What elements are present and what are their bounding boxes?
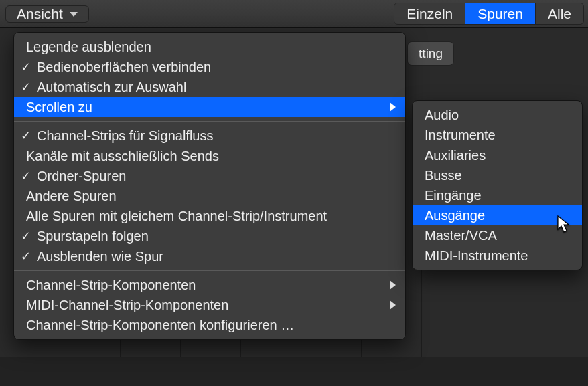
menu-item-g2-6[interactable]: ✓Ausblenden wie Spur <box>14 246 405 266</box>
menu-item-label: Channel-Strip-Komponenten konfigurieren … <box>14 318 396 333</box>
view-popup-label: Ansicht <box>17 6 63 22</box>
mixer-bottom-strip <box>0 357 588 386</box>
seg-all[interactable]: Alle <box>535 3 583 24</box>
menu-item-label: Eingänge <box>413 188 573 203</box>
menu-item-g1-2[interactable]: ✓Automatisch zur Auswahl <box>14 77 405 97</box>
menu-item-g2-4[interactable]: Alle Spuren mit gleichem Channel-Strip/I… <box>14 206 405 226</box>
submenu-item-5[interactable]: Ausgänge <box>413 205 582 225</box>
menu-item-label: Master/VCA <box>413 228 573 244</box>
menu-item-label: Kanäle mit ausschließlich Sends <box>14 149 396 164</box>
menu-item-label: MIDI-Instrumente <box>413 248 573 264</box>
menu-item-g2-0[interactable]: ✓Channel-Strips für Signalfluss <box>14 126 405 146</box>
menu-item-label: Bedienoberflächen verbinden <box>37 60 396 75</box>
checkmark-icon: ✓ <box>14 80 37 94</box>
setting-chip[interactable]: tting <box>407 41 454 66</box>
menu-item-g1-1[interactable]: ✓Bedienoberflächen verbinden <box>14 57 405 77</box>
menu-item-label: Scrollen zu <box>14 100 383 115</box>
seg-tracks[interactable]: Spuren <box>465 3 535 24</box>
submenu-item-7[interactable]: MIDI-Instrumente <box>413 246 582 266</box>
menu-item-label: MIDI-Channel-Strip-Komponenten <box>14 298 383 313</box>
menu-item-g1-3[interactable]: Scrollen zu <box>14 97 405 117</box>
menu-item-label: Audio <box>413 108 573 123</box>
menu-item-label: Channel-Strip-Komponenten <box>14 278 383 293</box>
scroll-to-submenu: AudioInstrumenteAuxiliariesBusseEingänge… <box>412 100 583 270</box>
menu-item-g1-0[interactable]: Legende ausblenden <box>14 37 405 57</box>
menu-item-g2-3[interactable]: Andere Spuren <box>14 186 405 206</box>
menu-item-label: Ausgänge <box>413 208 573 223</box>
menu-item-label: Auxiliaries <box>413 148 573 163</box>
menu-item-g2-2[interactable]: ✓Ordner-Spuren <box>14 166 405 186</box>
checkmark-icon: ✓ <box>14 229 37 244</box>
checkmark-icon: ✓ <box>14 249 37 264</box>
menu-item-label: Andere Spuren <box>14 189 396 204</box>
submenu-arrow-icon <box>390 300 396 310</box>
menu-separator <box>14 270 405 271</box>
channel-strip-scope-segmented: Einzeln Spuren Alle <box>394 3 584 25</box>
submenu-item-0[interactable]: Audio <box>413 105 582 125</box>
checkmark-icon: ✓ <box>14 128 37 143</box>
checkmark-icon: ✓ <box>14 169 37 183</box>
menu-item-label: Legende ausblenden <box>14 39 396 55</box>
checkmark-icon: ✓ <box>14 60 37 74</box>
submenu-arrow-icon <box>390 280 396 290</box>
menu-item-g2-5[interactable]: ✓Spurstapeln folgen <box>14 226 405 246</box>
seg-single[interactable]: Einzeln <box>394 3 465 24</box>
submenu-item-2[interactable]: Auxiliaries <box>413 145 582 165</box>
chevron-down-icon <box>70 12 78 17</box>
menu-item-label: Spurstapeln folgen <box>37 229 396 244</box>
submenu-item-6[interactable]: Master/VCA <box>413 225 582 246</box>
submenu-item-1[interactable]: Instrumente <box>413 125 582 145</box>
mixer-toolbar: Ansicht Einzeln Spuren Alle <box>0 0 588 28</box>
submenu-item-3[interactable]: Busse <box>413 165 582 185</box>
menu-item-g2-1[interactable]: Kanäle mit ausschließlich Sends <box>14 146 405 166</box>
submenu-arrow-icon <box>390 102 396 112</box>
menu-item-g3-1[interactable]: MIDI-Channel-Strip-Komponenten <box>14 295 405 315</box>
menu-separator <box>14 121 405 122</box>
menu-item-g3-0[interactable]: Channel-Strip-Komponenten <box>14 275 405 295</box>
menu-item-label: Ausblenden wie Spur <box>37 249 396 264</box>
menu-item-label: Alle Spuren mit gleichem Channel-Strip/I… <box>14 209 396 224</box>
menu-item-label: Automatisch zur Auswahl <box>37 80 396 95</box>
menu-item-label: Busse <box>413 168 573 183</box>
menu-item-g3-2[interactable]: Channel-Strip-Komponenten konfigurieren … <box>14 315 405 335</box>
submenu-item-4[interactable]: Eingänge <box>413 185 582 205</box>
menu-item-label: Instrumente <box>413 128 573 143</box>
view-menu: Legende ausblenden✓Bedienoberflächen ver… <box>13 32 406 340</box>
view-popup-button[interactable]: Ansicht <box>5 5 89 23</box>
menu-item-label: Channel-Strips für Signalfluss <box>37 128 396 144</box>
menu-item-label: Ordner-Spuren <box>37 169 396 184</box>
